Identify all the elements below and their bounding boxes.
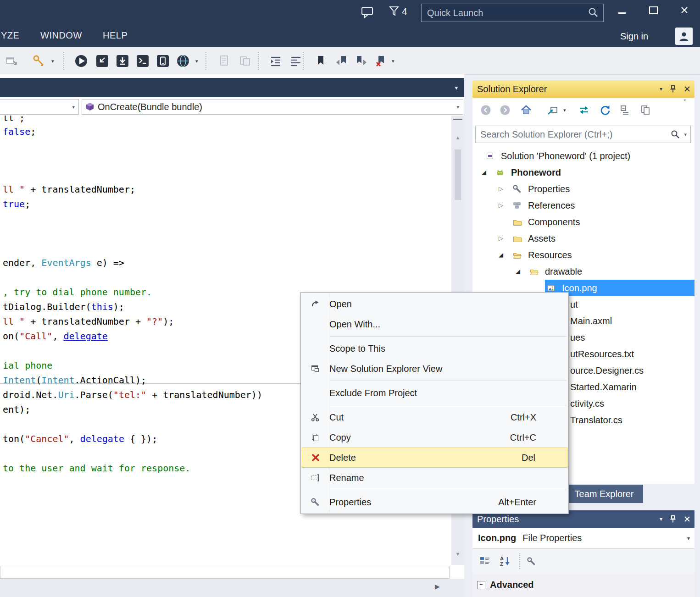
code-segment: "Cancel" [25, 433, 69, 444]
tree-expander-icon[interactable]: ▷ [499, 230, 503, 247]
code-segment: + translatedNumber)) [146, 389, 262, 400]
maximize-button[interactable] [643, 2, 663, 18]
doc-dim-icon[interactable] [217, 54, 231, 68]
back-icon[interactable] [480, 104, 492, 116]
toolbar-overflow-icon[interactable]: ’’ [683, 99, 687, 107]
dropdown-caret-icon[interactable]: ▾ [563, 107, 566, 113]
dropdown-caret-icon[interactable]: ▾ [392, 58, 394, 64]
window-position-dropdown-icon[interactable]: ▾ [660, 86, 662, 92]
context-menu-item-open[interactable]: Open [301, 294, 568, 314]
code-segment: "?" [146, 316, 163, 327]
menu-window[interactable]: WINDOW [40, 30, 82, 41]
solution-explorer-search-input[interactable]: Search Solution Explorer (Ctrl+;) ▾ [475, 126, 691, 143]
bookmark-prev-icon[interactable] [335, 54, 349, 68]
categorized-icon[interactable] [479, 555, 491, 567]
notification-count[interactable]: 4 [402, 6, 407, 17]
context-menu-item-open-with[interactable]: Open With... [301, 314, 568, 334]
tree-item-properties[interactable]: ▷Properties [472, 181, 694, 197]
code-line: true; [3, 198, 30, 210]
chevron-down-icon[interactable]: ▾ [684, 132, 687, 138]
key-icon[interactable] [32, 54, 46, 68]
dropdown-caret-icon[interactable]: ▾ [51, 58, 54, 64]
context-menu-item-properties[interactable]: PropertiesAlt+Enter [301, 492, 568, 512]
context-menu-item-exclude-from-project[interactable]: Exclude From Project [301, 383, 568, 403]
tree-item-solution-phoneword-1-project[interactable]: Solution 'Phoneword' (1 project) [472, 148, 694, 164]
horizontal-scrollbar[interactable] [0, 566, 450, 579]
sort-az-icon[interactable]: AZ [499, 555, 511, 567]
bookmark-clear-icon[interactable] [374, 54, 388, 68]
pin-icon[interactable] [669, 85, 677, 93]
menu-analyze[interactable]: YZE [1, 30, 19, 41]
close-icon[interactable] [683, 85, 691, 93]
close-button[interactable] [674, 2, 694, 18]
search-icon[interactable] [670, 129, 680, 139]
minimize-button[interactable] [612, 2, 632, 18]
context-menu-item-copy[interactable]: CopyCtrl+C [301, 427, 568, 448]
quick-launch-input[interactable]: Quick Launch [421, 4, 604, 22]
solution-explorer-titlebar[interactable]: Solution Explorer ▾ [472, 80, 694, 98]
tree-item-resources[interactable]: ◢Resources [472, 247, 694, 263]
types-dropdown[interactable]: ▾ [0, 99, 79, 115]
tab-team-explorer[interactable]: Team Explorer [565, 485, 643, 503]
tree-expander-icon[interactable]: ◢ [482, 164, 486, 181]
code-segment: true [3, 199, 25, 210]
code-segment: ial phone [3, 360, 52, 371]
user-avatar[interactable] [675, 28, 693, 45]
tree-expander-icon[interactable]: ▷ [499, 197, 503, 214]
context-menu-item-new-solution-explorer-view[interactable]: New Solution Explorer View [301, 359, 568, 379]
bookmark-next-icon[interactable] [354, 54, 368, 68]
scroll-right-icon[interactable]: ▶ [435, 583, 440, 590]
sign-in-link[interactable]: Sign in [620, 31, 648, 42]
list-indent-icon[interactable] [269, 54, 283, 68]
doc-dim2-icon[interactable] [239, 54, 252, 68]
context-menu-item-scope-to-this[interactable]: Scope to This [301, 338, 568, 359]
terminal-box-icon[interactable] [136, 54, 150, 68]
menu-help[interactable]: HELP [103, 30, 128, 41]
context-menu-item-cut[interactable]: CutCtrl+X [301, 407, 568, 427]
tree-expander-icon[interactable]: ▷ [499, 181, 503, 197]
device-box-icon[interactable] [156, 54, 170, 68]
properties-object-selector[interactable]: Icon.png File Properties ▾ [472, 528, 694, 549]
tree-item-phoneword[interactable]: ◢Phoneword [472, 164, 694, 181]
tree-expander-icon[interactable]: ◢ [516, 263, 520, 280]
members-dropdown[interactable]: OnCreate(Bundle bundle) ▾ [82, 99, 463, 115]
play-circle-icon[interactable] [74, 54, 88, 68]
search-icon [588, 7, 599, 18]
tree-item-references[interactable]: ▷References [472, 197, 694, 214]
collapse-section-icon[interactable]: − [477, 581, 485, 589]
scroll-down-icon[interactable]: ▼ [451, 551, 464, 557]
pin-icon[interactable] [669, 515, 677, 523]
tree-expander-icon[interactable]: ◢ [499, 247, 503, 263]
scrollbar-thumb[interactable] [455, 149, 461, 200]
tree-item-components[interactable]: Components [472, 214, 694, 230]
close-icon[interactable] [683, 515, 691, 523]
notifications-filter-icon[interactable] [389, 6, 400, 20]
wrench-icon[interactable] [527, 557, 536, 566]
collapse-all-icon[interactable] [619, 104, 631, 116]
sync-icon[interactable] [578, 104, 590, 116]
pages-icon[interactable] [639, 104, 651, 116]
home-icon[interactable] [520, 104, 532, 116]
dropdown-caret-icon[interactable]: ▾ [195, 58, 198, 64]
context-menu-item-delete[interactable]: DeleteDel [302, 448, 567, 468]
bookmark-icon[interactable] [314, 54, 328, 68]
context-menu-item-rename[interactable]: Rename [301, 468, 568, 488]
install-box-icon[interactable] [116, 54, 129, 68]
refresh-icon[interactable] [599, 104, 611, 116]
scope-icon[interactable] [547, 104, 559, 116]
feedback-chat-icon[interactable] [361, 6, 374, 21]
tree-item-drawable[interactable]: ◢drawable [472, 263, 694, 280]
globe-circle-icon[interactable] [176, 54, 190, 68]
tree-item-assets[interactable]: ▷Assets [472, 230, 694, 247]
scroll-up-icon[interactable]: ▲ [451, 135, 464, 140]
menu-item-label: Open With... [329, 319, 380, 330]
tab-list-dropdown-icon[interactable]: ▾ [455, 84, 458, 91]
list-align-icon[interactable] [289, 54, 303, 68]
forward-icon[interactable] [499, 104, 511, 116]
editor-splitter-handle[interactable] [453, 118, 462, 124]
window-position-dropdown-icon[interactable]: ▾ [660, 516, 662, 522]
code-line: on("Call", delegate [3, 330, 108, 342]
code-segment: ); [113, 301, 124, 312]
deploy-box-icon[interactable] [95, 54, 109, 68]
attach-window-icon[interactable] [5, 54, 18, 68]
